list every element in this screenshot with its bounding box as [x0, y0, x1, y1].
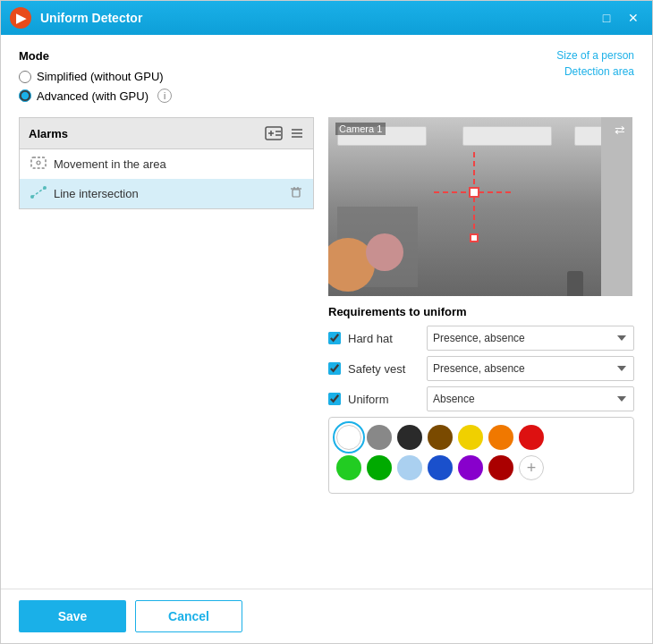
advanced-label: Advanced (with GPU)	[37, 89, 148, 103]
mode-label: Mode	[19, 49, 172, 63]
main-window: ▶ Uniform Detector □ ✕ Mode Simplified (…	[0, 0, 653, 644]
safetyvest-select[interactable]: Presence, absence Presence Absence	[427, 356, 634, 381]
color-green[interactable]	[367, 455, 392, 480]
uniform-checkbox[interactable]	[328, 393, 341, 405]
alarm-item-movement[interactable]: Movement in the area	[20, 149, 313, 179]
movement-icon	[30, 157, 47, 172]
alarms-bar-icons	[265, 126, 304, 140]
title-bar: ▶ Uniform Detector □ ✕	[1, 1, 652, 35]
footer: Save Cancel	[1, 589, 652, 643]
window-controls: □ ✕	[597, 8, 643, 28]
svg-point-9	[37, 161, 40, 165]
info-icon[interactable]: i	[157, 89, 172, 103]
content-area: Mode Simplified (without GPU) Advanced (…	[1, 35, 652, 589]
line-label: Line intersection	[54, 187, 139, 200]
detection-area-link[interactable]: Detection area	[564, 65, 634, 78]
color-add-button[interactable]: +	[519, 455, 544, 480]
color-gray[interactable]	[367, 425, 392, 450]
crosshair-handle-bottom[interactable]	[470, 233, 479, 242]
ceiling-light-2	[462, 126, 552, 146]
uniform-select[interactable]: Presence, absence Presence Absence	[427, 386, 634, 411]
mode-simplified[interactable]: Simplified (without GPU)	[19, 70, 172, 83]
hardhat-label: Hard hat	[348, 332, 420, 345]
safetyvest-label: Safety vest	[348, 362, 420, 376]
save-button[interactable]: Save	[19, 600, 126, 632]
app-icon: ▶	[10, 7, 31, 29]
line-icon	[30, 186, 47, 201]
requirements-section: Requirements to uniform Hard hat Presenc…	[328, 305, 634, 494]
alarms-add-icon[interactable]	[265, 126, 283, 140]
delete-alarm-icon[interactable]	[290, 186, 302, 201]
right-links: Size of a person Detection area	[556, 49, 634, 78]
svg-line-10	[32, 188, 45, 197]
window-title: Uniform Detector	[40, 11, 597, 25]
color-brown[interactable]	[428, 425, 453, 450]
svg-point-11	[30, 195, 34, 199]
left-panel: Alarms	[19, 117, 314, 574]
alarm-items: Movement in the area Line intersection	[19, 149, 314, 209]
svg-rect-8	[31, 157, 46, 168]
color-picker: +	[328, 417, 634, 494]
simplified-radio[interactable]	[19, 71, 31, 83]
color-black[interactable]	[397, 425, 422, 450]
camera-swap-icon[interactable]: ⇄	[615, 123, 625, 137]
color-row-2: +	[336, 455, 626, 480]
alarms-settings-icon[interactable]	[290, 126, 304, 140]
uniform-label: Uniform	[348, 393, 420, 406]
color-darkred[interactable]	[488, 455, 513, 480]
color-lightblue[interactable]	[397, 455, 422, 480]
minimize-button[interactable]: □	[597, 8, 616, 28]
alarm-item-line[interactable]: Line intersection	[20, 179, 313, 208]
color-lightgreen[interactable]	[336, 455, 361, 480]
color-blue[interactable]	[428, 455, 453, 480]
color-row-1	[336, 425, 626, 450]
safetyvest-row: Safety vest Presence, absence Presence A…	[328, 356, 634, 381]
alarms-label: Alarms	[29, 127, 68, 140]
color-white[interactable]	[336, 425, 361, 450]
size-of-person-link[interactable]: Size of a person	[556, 49, 634, 62]
deco-circle-pink	[366, 233, 403, 271]
camera-background	[328, 117, 632, 296]
color-yellow[interactable]	[458, 425, 483, 450]
svg-rect-13	[293, 190, 300, 197]
requirements-title: Requirements to uniform	[328, 305, 634, 318]
close-button[interactable]: ✕	[623, 8, 643, 28]
uniform-row: Uniform Presence, absence Presence Absen…	[328, 386, 634, 411]
color-purple[interactable]	[458, 455, 483, 480]
safetyvest-checkbox[interactable]	[328, 362, 341, 375]
mode-options: Simplified (without GPU) Advanced (with …	[19, 70, 172, 103]
main-area: Alarms	[19, 117, 634, 574]
hardhat-row: Hard hat Presence, absence Presence Abse…	[328, 326, 634, 351]
person-silhouette	[567, 271, 583, 296]
crosshair-handle-top[interactable]	[469, 187, 479, 198]
camera-view: Camera 1 ⇄	[328, 117, 632, 296]
hardhat-select[interactable]: Presence, absence Presence Absence	[427, 326, 634, 351]
cancel-button[interactable]: Cancel	[135, 600, 242, 632]
advanced-radio[interactable]	[19, 89, 31, 102]
color-red[interactable]	[519, 425, 544, 450]
mode-section: Mode Simplified (without GPU) Advanced (…	[19, 49, 172, 103]
top-row: Mode Simplified (without GPU) Advanced (…	[19, 49, 634, 117]
simplified-label: Simplified (without GPU)	[37, 70, 164, 83]
color-orange[interactable]	[488, 425, 513, 450]
svg-point-12	[43, 186, 47, 190]
hardhat-checkbox[interactable]	[328, 332, 341, 344]
mode-advanced[interactable]: Advanced (with GPU) i	[19, 89, 172, 103]
movement-label: Movement in the area	[54, 157, 166, 171]
right-panel: Camera 1 ⇄	[328, 117, 634, 574]
alarms-bar: Alarms	[19, 117, 314, 149]
camera-label: Camera 1	[335, 123, 386, 135]
right-wall	[601, 117, 632, 296]
